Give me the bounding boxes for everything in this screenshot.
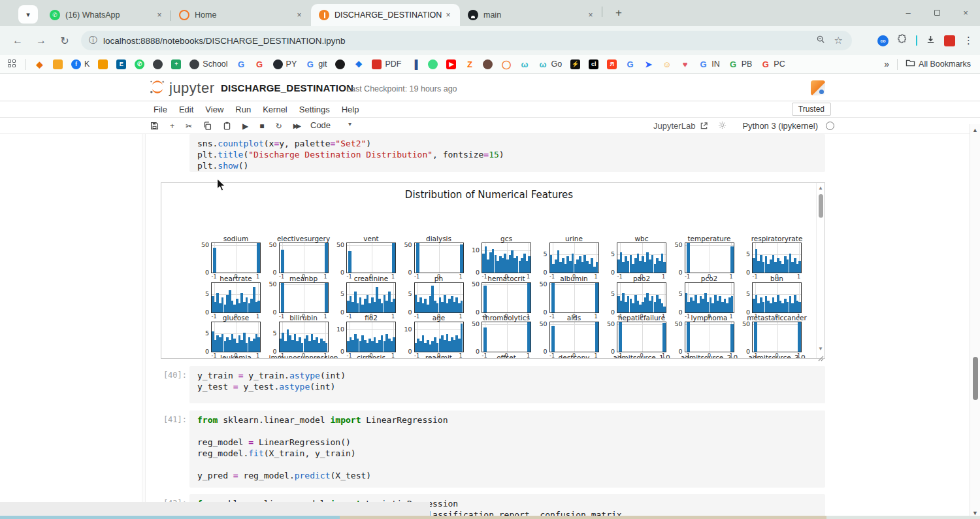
bookmark-arrow[interactable]: ➤ xyxy=(644,59,653,69)
cell-type-dropdown[interactable]: Code xyxy=(310,120,331,130)
bookmark-orange-box[interactable] xyxy=(53,59,63,69)
bookmark-cl[interactable]: cl xyxy=(589,59,598,69)
bookmark-google-pc[interactable]: GPC xyxy=(760,59,785,69)
run-cell-icon[interactable]: ▶ xyxy=(242,122,248,131)
bookmark-google-pb[interactable]: GPB xyxy=(728,59,753,69)
tab-close-icon[interactable]: × xyxy=(585,10,596,20)
output-resize-handle[interactable] xyxy=(818,352,824,364)
menu-edit[interactable]: Edit xyxy=(178,105,195,114)
close-window-icon[interactable]: × xyxy=(951,0,980,25)
run-all-icon[interactable]: ▶▶ xyxy=(293,122,299,129)
menu-kernel[interactable]: Kernel xyxy=(261,105,289,114)
browser-tab-2[interactable]: Home× xyxy=(171,4,311,26)
bookmark-sheets[interactable]: + xyxy=(171,59,181,69)
menu-help[interactable]: Help xyxy=(340,105,361,114)
bookmark-google-in[interactable]: GIN xyxy=(698,59,720,69)
zoom-icon[interactable] xyxy=(816,35,825,46)
meet-extension-icon[interactable]: co xyxy=(877,35,889,46)
tab-search-button[interactable]: ▾ xyxy=(18,5,38,24)
save-icon[interactable] xyxy=(150,122,159,130)
code-cell-40[interactable]: [40]: y_train = y_train.astype(int)y_tes… xyxy=(0,366,843,403)
bookmark-diamond[interactable]: ◆ xyxy=(35,59,44,69)
bookmark-blue-bars[interactable]: ▐ xyxy=(410,59,419,69)
menu-run[interactable]: Run xyxy=(234,105,252,114)
extensions-puzzle-icon[interactable] xyxy=(897,34,907,47)
bookmark-orange-ring[interactable]: ◯ xyxy=(501,59,511,69)
apps-grid-icon[interactable] xyxy=(8,59,17,69)
gear-icon[interactable] xyxy=(718,120,727,132)
bookmark-ieee[interactable]: E xyxy=(116,59,126,69)
bookmark-z[interactable]: Z xyxy=(465,59,474,69)
scroll-up-icon[interactable]: ▲ xyxy=(970,127,980,133)
bookmarks-overflow-button[interactable]: » xyxy=(884,59,889,69)
bookmark-teal-1[interactable]: ω xyxy=(519,59,529,69)
kernel-name[interactable]: Python 3 (ipykernel) xyxy=(742,121,818,131)
bookmark-google-2[interactable]: G xyxy=(255,59,265,69)
new-tab-button[interactable]: + xyxy=(610,5,627,22)
bookmark-lightning[interactable]: ⚡ xyxy=(570,59,580,69)
bookmark-heart[interactable]: ♥ xyxy=(680,59,690,69)
all-bookmarks-button[interactable]: All Bookmarks xyxy=(906,58,971,70)
menu-dots-icon[interactable]: ⋮ xyxy=(964,35,973,46)
stop-kernel-icon[interactable]: ■ xyxy=(259,122,264,131)
bookmark-github-py[interactable]: PY xyxy=(273,59,297,69)
add-cell-icon[interactable]: + xyxy=(170,122,174,131)
jupyterlab-link[interactable]: JupyterLab xyxy=(653,121,695,131)
bookmark-google-3[interactable]: G xyxy=(625,59,635,69)
page-scrollbar-thumb[interactable] xyxy=(973,357,978,400)
bookmark-whatsapp[interactable]: ✆ xyxy=(135,59,144,69)
bookmark-globe-dark[interactable] xyxy=(153,59,163,69)
menu-settings[interactable]: Settings xyxy=(298,105,331,114)
back-icon[interactable]: ← xyxy=(9,32,26,49)
bookmark-google-1[interactable]: G xyxy=(237,59,246,69)
bookmark-facebook[interactable]: fK xyxy=(71,59,90,69)
code-editor[interactable]: y_train = y_train.astype(int)y_test = y_… xyxy=(189,366,825,403)
jupyter-logo[interactable]: jupyter xyxy=(149,80,215,97)
bookmark-teal-go[interactable]: ωGo xyxy=(538,59,562,69)
jupyter-share-icon[interactable] xyxy=(811,80,825,95)
code-editor[interactable]: from sklearn.linear_model import LinearR… xyxy=(189,410,825,488)
code-cell-partial[interactable]: sns.countplot(x=y, palette="Set2")plt.ti… xyxy=(0,134,843,172)
tab-close-icon[interactable]: × xyxy=(154,10,165,20)
address-bar[interactable]: ⓘ localhost:8888/notebooks/DISCHARGE_DES… xyxy=(81,31,852,50)
adobe-extension-icon[interactable] xyxy=(944,35,955,46)
paste-cell-icon[interactable] xyxy=(223,122,231,130)
forward-icon[interactable]: → xyxy=(33,32,50,49)
cut-cell-icon[interactable]: ✂ xyxy=(186,122,192,131)
bookmark-android[interactable] xyxy=(428,59,438,69)
bookmark-emoji[interactable]: ☺ xyxy=(662,59,672,69)
bookmark-star-icon[interactable]: ☆ xyxy=(834,35,843,46)
code-editor[interactable]: sns.countplot(x=y, palette="Set2")plt.ti… xyxy=(189,134,825,172)
scroll-up-icon[interactable]: ▲ xyxy=(817,185,825,191)
scroll-down-icon[interactable]: ▼ xyxy=(817,346,825,352)
copy-cell-icon[interactable] xyxy=(203,122,212,130)
url-text[interactable]: localhost:8888/notebooks/DISCHARGE_DESTI… xyxy=(103,36,816,46)
bookmark-analytics[interactable] xyxy=(98,59,108,69)
bookmark-blue-shield[interactable]: ❖ xyxy=(353,59,363,69)
menu-file[interactable]: File xyxy=(152,105,169,114)
download-icon[interactable] xyxy=(926,35,936,47)
bookmark-dark-oval[interactable] xyxy=(483,59,493,69)
browser-tab-4[interactable]: main× xyxy=(460,4,602,26)
tab-close-icon[interactable]: × xyxy=(294,10,304,20)
maximize-icon[interactable] xyxy=(923,0,951,25)
code-cell-41[interactable]: [41]: from sklearn.linear_model import L… xyxy=(0,410,843,488)
output-scrollbar[interactable]: ▲ ▼ xyxy=(816,183,825,358)
bookmark-school[interactable]: School xyxy=(189,59,227,69)
reload-icon[interactable]: ↻ xyxy=(56,32,73,49)
minimize-icon[interactable]: – xyxy=(894,0,923,25)
tab-close-icon[interactable]: × xyxy=(443,10,453,20)
browser-tab-1[interactable]: ✆(16) WhatsApp× xyxy=(42,4,171,26)
bookmark-yandex[interactable]: Я xyxy=(607,59,617,69)
menu-view[interactable]: View xyxy=(204,105,225,114)
bookmark-dark-circle[interactable] xyxy=(335,59,345,69)
restart-kernel-icon[interactable]: ↻ xyxy=(276,122,282,131)
site-info-icon[interactable]: ⓘ xyxy=(89,35,97,46)
page-scrollbar[interactable]: ▲ ▼ xyxy=(970,124,980,519)
notebook-title[interactable]: DISCHARGE_DESTINATION xyxy=(221,82,353,93)
browser-tab-3[interactable]: DISCHARGE_DESTINATION× xyxy=(311,4,460,26)
trusted-button[interactable]: Trusted xyxy=(792,103,831,116)
bookmark-pdf[interactable]: PDF xyxy=(372,59,401,69)
bookmark-google-git[interactable]: Ggit xyxy=(305,59,327,69)
bookmark-youtube[interactable]: ▶ xyxy=(446,59,456,69)
